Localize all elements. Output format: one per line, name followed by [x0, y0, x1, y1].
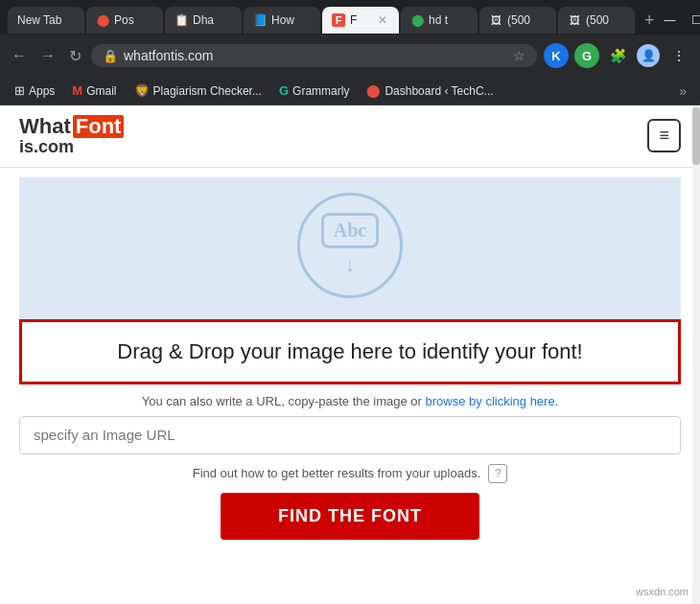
- new-tab-button[interactable]: +: [637, 9, 663, 33]
- tab-new-tab[interactable]: New Tab: [8, 7, 84, 34]
- tab-whatfontis[interactable]: F F ✕: [322, 7, 399, 34]
- upload-icon-inner: Abc ↓: [321, 213, 379, 277]
- tab-500-2[interactable]: 🖼 (500: [558, 7, 635, 34]
- tab-dha[interactable]: 📋 Dha: [165, 7, 242, 34]
- gmail-icon: M: [72, 83, 82, 98]
- profile-g-avatar[interactable]: G: [573, 42, 600, 69]
- arrow-down-icon: ↓: [344, 252, 355, 277]
- scrollbar[interactable]: [692, 105, 700, 604]
- bookmark-label: Plagiarism Checker...: [153, 84, 262, 98]
- maximize-button[interactable]: ☐: [691, 13, 700, 27]
- better-results-text: Find out how to get better results from …: [193, 466, 481, 480]
- bookmark-label: Grammarly: [292, 84, 349, 98]
- tab-label: How: [271, 13, 311, 27]
- browser-chrome: New Tab ⬤ Pos 📋 Dha 📘 How F F ✕ ⬤ hd t 🖼…: [0, 0, 700, 105]
- page-content: What Font is.com ≡ Abc ↓ Drag & Drop you…: [0, 105, 700, 604]
- user-profile-icon[interactable]: 👤: [635, 42, 662, 69]
- bookmark-label: Apps: [29, 84, 55, 98]
- bookmarks-bar: ⊞ Apps M Gmail 🦁 Plagiarism Checker... G…: [0, 77, 700, 105]
- back-button[interactable]: ←: [8, 43, 31, 68]
- plagiarism-icon: 🦁: [134, 83, 150, 98]
- tab-favicon: 🖼: [489, 13, 502, 27]
- refresh-button[interactable]: ↻: [65, 43, 85, 69]
- profile-k-avatar[interactable]: K: [543, 42, 570, 69]
- bookmark-label: Gmail: [86, 84, 116, 98]
- tab-label: Pos: [114, 13, 153, 27]
- toolbar-icons: K G 🧩 👤 ⋮: [543, 42, 692, 69]
- tab-hd[interactable]: ⬤ hd t: [401, 7, 478, 34]
- address-text: whatfontis.com: [124, 48, 507, 63]
- abc-text: Abc: [321, 213, 379, 248]
- bookmark-plagiarism[interactable]: 🦁 Plagiarism Checker...: [128, 81, 268, 101]
- lock-icon: 🔒: [103, 49, 118, 63]
- site-menu-button[interactable]: ≡: [647, 119, 681, 152]
- watermark: wsxdn.com: [632, 585, 692, 598]
- tab-label: (500: [586, 13, 625, 27]
- bookmark-label: Dashboard ‹ TechC...: [385, 84, 493, 98]
- tab-pos[interactable]: ⬤ Pos: [86, 7, 163, 34]
- menu-button[interactable]: ⋮: [665, 42, 692, 69]
- scrollbar-thumb[interactable]: [692, 107, 700, 165]
- find-font-button[interactable]: FIND THE FONT: [221, 493, 479, 540]
- bookmark-dashboard[interactable]: ⬤ Dashboard ‹ TechC...: [360, 81, 500, 101]
- dashboard-icon: ⬤: [366, 83, 381, 98]
- tab-bar: New Tab ⬤ Pos 📋 Dha 📘 How F F ✕ ⬤ hd t 🖼…: [0, 0, 700, 35]
- grammarly-icon: G: [279, 83, 289, 98]
- upload-icon-wrap: Abc ↓: [297, 193, 403, 298]
- tab-label: New Tab: [17, 13, 75, 27]
- better-results-row: Find out how to get better results from …: [19, 464, 681, 483]
- tab-500-1[interactable]: 🖼 (500: [479, 7, 556, 34]
- hero-area: Abc ↓: [19, 177, 681, 319]
- url-hint: You can also write a URL, copy-paste the…: [19, 394, 681, 408]
- window-controls: — ☐ ✕: [665, 13, 700, 27]
- address-bar: ← → ↻ 🔒 whatfontis.com ☆ K G 🧩 👤 ⋮: [0, 35, 700, 77]
- tab-how[interactable]: 📘 How: [244, 7, 320, 34]
- tab-label: hd t: [429, 13, 468, 27]
- drag-drop-area[interactable]: Drag & Drop your image here to identify …: [19, 319, 681, 384]
- logo-what: What: [19, 115, 71, 138]
- forward-button[interactable]: →: [36, 43, 59, 68]
- address-input-wrap[interactable]: 🔒 whatfontis.com ☆: [91, 44, 537, 67]
- drag-drop-text: Drag & Drop your image here to identify …: [117, 339, 582, 363]
- tab-favicon: 📘: [253, 13, 267, 27]
- bookmark-apps[interactable]: ⊞ Apps: [8, 81, 61, 101]
- browse-link[interactable]: browse by clicking here.: [426, 394, 559, 408]
- logo-font: Font: [73, 115, 125, 138]
- logo: What Font is.com: [19, 115, 124, 157]
- avatar-k: K: [544, 43, 569, 68]
- tab-favicon: ⬤: [96, 13, 109, 27]
- logo-iscom: is.com: [19, 138, 124, 157]
- url-input-wrap[interactable]: [19, 416, 681, 454]
- star-icon[interactable]: ☆: [513, 48, 525, 63]
- bookmark-gmail[interactable]: M Gmail: [65, 81, 123, 101]
- tab-label: F: [350, 13, 371, 27]
- tab-label: (500: [507, 13, 547, 27]
- tab-favicon: ⬤: [410, 13, 424, 27]
- url-hint-prefix: You can also write a URL, copy-paste the…: [142, 394, 426, 408]
- tab-favicon: 🖼: [568, 13, 581, 27]
- bookmark-grammarly[interactable]: G Grammarly: [272, 81, 356, 101]
- avatar-g: G: [574, 43, 599, 68]
- extensions-button[interactable]: 🧩: [604, 42, 631, 69]
- site-header: What Font is.com ≡: [0, 105, 700, 168]
- tab-favicon: 📋: [175, 13, 188, 27]
- minimize-button[interactable]: —: [665, 13, 676, 27]
- tab-close-icon[interactable]: ✕: [376, 12, 389, 28]
- url-input[interactable]: [34, 427, 666, 443]
- tab-favicon: F: [332, 13, 345, 27]
- help-icon[interactable]: ?: [488, 464, 507, 483]
- tab-label: Dha: [193, 13, 232, 27]
- apps-icon: ⊞: [14, 83, 25, 98]
- bookmarks-more-button[interactable]: »: [673, 81, 692, 102]
